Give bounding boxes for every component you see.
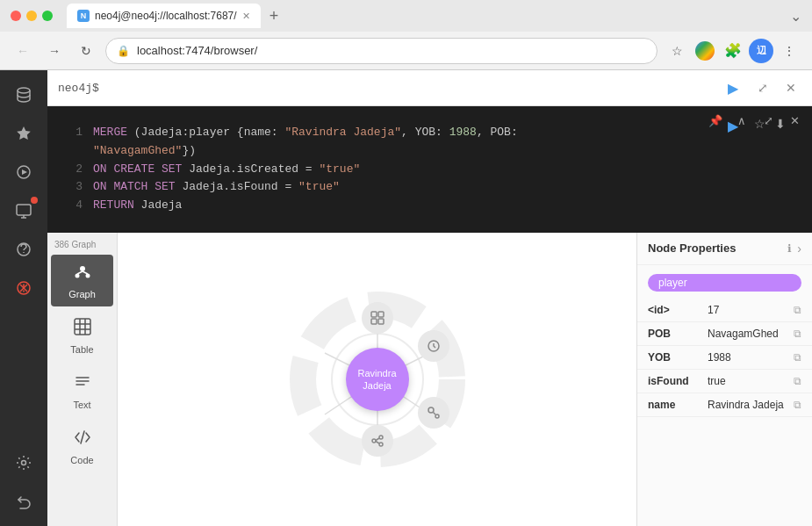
lock-icon: 🔒 [117, 45, 130, 57]
query-panel: 📌 ∧ ⤢ ✕ ▶ ☆ ⬇ 1 MERGE (Jadeja:player {na… [47, 106, 812, 233]
prop-value-name: Ravindra Jadeja [708, 399, 787, 411]
tab-extras-button[interactable]: ⌄ [790, 8, 801, 25]
sidebar-icon-undo[interactable] [6, 484, 41, 519]
node-properties-info-icon[interactable]: ℹ [787, 242, 792, 255]
code-editor: 1 MERGE (Jadeja:player {name: "Ravindra … [47, 113, 812, 226]
prop-copy-pob[interactable]: ⧉ [794, 328, 801, 340]
prop-row-pob: POB NavagamGhed ⧉ [637, 322, 812, 346]
sidebar-icon-settings[interactable] [6, 445, 41, 480]
prop-row-yob: YOB 1988 ⧉ [637, 346, 812, 370]
svg-point-10 [85, 273, 90, 277]
cmd-run-button[interactable]: ▶ [721, 76, 745, 100]
results-area: 386 Graph Graph [47, 233, 812, 526]
prop-copy-id[interactable]: ⧉ [794, 304, 801, 316]
expand-button[interactable]: ⤢ [758, 110, 779, 131]
svg-line-33 [433, 412, 435, 414]
svg-point-32 [435, 414, 439, 418]
command-input[interactable]: neo4j$ [58, 82, 714, 95]
prop-name-pob: POB [648, 328, 701, 340]
orbit-icon-bottom[interactable] [362, 425, 393, 457]
chrome-icon[interactable] [693, 39, 717, 63]
code-line-1b: "NavagamGhed"}) [47, 142, 812, 161]
sidebar-icon-help[interactable] [6, 232, 41, 267]
node-properties-expand-icon[interactable]: › [797, 241, 801, 256]
prop-copy-yob[interactable]: ⧉ [794, 351, 801, 364]
address-bar: ← → ↻ 🔒 localhost:7474/browser/ ☆ 🧩 辺 ⋮ [0, 32, 812, 70]
view-sidebar: 386 Graph Graph [47, 233, 118, 526]
prop-row-isfound: isFound true ⧉ [637, 370, 812, 393]
view-item-table[interactable]: Table [51, 310, 113, 362]
pin-button[interactable]: 📌 [705, 110, 726, 131]
svg-line-12 [83, 271, 88, 274]
url-bar[interactable]: 🔒 localhost:7474/browser/ [105, 38, 658, 64]
view-item-code[interactable]: Code [51, 421, 113, 472]
close-button[interactable] [11, 11, 21, 21]
orbit-icon-top-right[interactable] [418, 330, 449, 362]
svg-rect-28 [371, 319, 377, 324]
orbit-icon-top[interactable] [362, 302, 393, 334]
code-line-4-content: RETURN Jadeja [93, 197, 182, 215]
sidebar-icon-database[interactable] [6, 77, 41, 112]
forward-button[interactable]: → [42, 39, 67, 63]
prop-value-id: 17 [708, 304, 787, 316]
prop-value-pob: NavagamGhed [708, 328, 787, 340]
line-number-3: 3 [61, 178, 83, 197]
sidebar-icon-monitor[interactable] [6, 193, 41, 228]
table-view-label: Table [70, 344, 93, 355]
line-number-1: 1 [61, 124, 83, 142]
view-item-graph[interactable]: Graph [51, 255, 113, 306]
prop-value-isfound: true [708, 375, 787, 387]
code-line-1: 1 MERGE (Jadeja:player {name: "Ravindra … [47, 124, 812, 142]
extensions-icon[interactable]: 🧩 [721, 39, 745, 63]
line-number-1b [61, 142, 83, 161]
bookmark-icon[interactable]: ☆ [665, 39, 689, 63]
cmd-expand-button[interactable]: ⤢ [752, 77, 773, 98]
graph-visualization: Ravindra Jadeja [290, 292, 465, 467]
maximize-button[interactable] [42, 11, 53, 21]
code-line-3-content: ON MATCH SET Jadeja.isFound = "true" [93, 178, 340, 197]
node-properties-panel: Node Properties ℹ › player <id> 17 ⧉ POB… [636, 233, 812, 526]
active-tab[interactable]: N neo4j@neo4j://localhost:7687/ ✕ [67, 4, 261, 28]
svg-line-11 [77, 271, 83, 274]
svg-rect-13 [75, 319, 90, 335]
tab-close-button[interactable]: ✕ [242, 11, 250, 22]
cmd-close-button[interactable]: ✕ [780, 77, 801, 98]
sidebar-icon-play[interactable] [6, 155, 41, 190]
code-line-2-content: ON CREATE SET Jadeja.isCreated = "true" [93, 161, 360, 179]
menu-icon[interactable]: ⋮ [777, 39, 801, 63]
svg-line-37 [376, 438, 379, 441]
svg-point-0 [18, 88, 30, 93]
orbit-icon-bottom-right[interactable] [418, 397, 449, 429]
toolbar-actions: ☆ 🧩 辺 ⋮ [665, 39, 801, 63]
prop-value-yob: 1988 [708, 351, 787, 364]
new-tab-button[interactable]: + [264, 7, 284, 25]
prop-copy-isfound[interactable]: ⧉ [794, 375, 801, 387]
svg-rect-29 [378, 319, 384, 324]
collapse-button[interactable]: ∧ [731, 110, 752, 131]
sidebar-icon-favorites[interactable] [6, 116, 41, 151]
refresh-button[interactable]: ↻ [74, 39, 98, 63]
node-properties-title: Node Properties [648, 241, 782, 255]
code-line-3: 3 ON MATCH SET Jadeja.isFound = "true" [47, 178, 812, 197]
sidebar-icon-alert[interactable] [6, 270, 41, 306]
query-header-buttons: 📌 ∧ ⤢ ✕ [705, 110, 805, 131]
graph-canvas[interactable]: Ravindra Jadeja [118, 233, 636, 526]
line-number-4: 4 [61, 197, 83, 215]
node-properties-header: Node Properties ℹ › [637, 233, 812, 265]
prop-row-id: <id> 17 ⧉ [637, 299, 812, 322]
node-label-badge[interactable]: player [648, 274, 801, 292]
prop-copy-name[interactable]: ⧉ [794, 399, 801, 411]
view-item-text[interactable]: Text [51, 365, 113, 417]
profile-button[interactable]: 辺 [749, 39, 773, 63]
svg-point-31 [428, 407, 434, 413]
prop-name-isfound: isFound [648, 375, 701, 387]
back-button[interactable]: ← [11, 39, 35, 63]
minimize-button[interactable] [26, 11, 37, 21]
titlebar: N neo4j@neo4j://localhost:7687/ ✕ + ⌄ [0, 0, 812, 32]
svg-point-7 [22, 461, 26, 465]
svg-point-9 [75, 273, 79, 277]
graph-view-icon [73, 262, 92, 285]
svg-rect-2 [17, 205, 31, 215]
main-node[interactable]: Ravindra Jadeja [346, 348, 409, 411]
close-query-button[interactable]: ✕ [784, 110, 805, 131]
